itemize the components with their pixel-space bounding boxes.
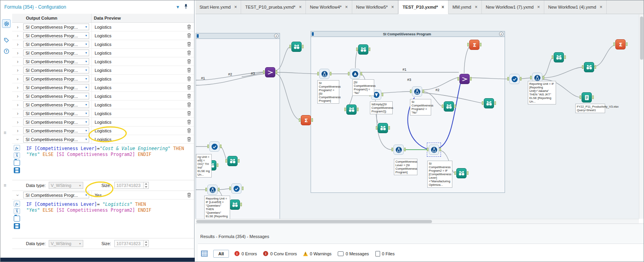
input-anchor[interactable] <box>229 187 231 190</box>
output-column-dropdown[interactable]: SI Competitiveness Progr... <box>23 67 89 73</box>
tool-browse[interactable] <box>358 44 369 55</box>
input-anchor[interactable] <box>442 104 443 108</box>
output-column-dropdown[interactable]: SI Competitiveness Progr... <box>23 58 89 65</box>
output-anchor[interactable] <box>240 203 242 206</box>
tool-browse[interactable] <box>553 52 564 63</box>
input-anchor[interactable] <box>467 43 469 46</box>
trash-icon[interactable] <box>184 192 194 198</box>
output-column-dropdown[interactable]: SI Competitiveness Progr... <box>23 119 89 125</box>
output-anchor[interactable] <box>564 55 566 59</box>
input-anchor[interactable] <box>225 159 227 163</box>
row-expander[interactable] <box>12 192 23 198</box>
output-column-dropdown[interactable]: SI Competitiveness Progr... <box>23 24 89 30</box>
trash-icon[interactable] <box>184 33 194 38</box>
tool-formula-selected[interactable] <box>428 144 439 155</box>
output-column-dropdown[interactable]: SI Competitiveness Progr... <box>23 75 89 82</box>
trash-icon[interactable] <box>184 137 194 142</box>
tool-select[interactable] <box>209 141 220 152</box>
output-anchor[interactable] <box>626 42 628 46</box>
tool-browse[interactable] <box>227 156 238 167</box>
input-anchor[interactable] <box>344 108 346 111</box>
row-expander[interactable] <box>12 137 23 142</box>
output-anchor[interactable] <box>388 126 390 130</box>
row-expander[interactable] <box>12 76 23 82</box>
input-anchor[interactable] <box>552 55 553 59</box>
tab-start-here[interactable]: Start Here.yxmd <box>196 0 241 14</box>
row-expander[interactable] <box>12 24 23 30</box>
scrollbar-thumb[interactable] <box>640 16 643 60</box>
output-column-dropdown[interactable]: SI Competitiveness Progr... <box>23 110 89 117</box>
tool-formula[interactable] <box>393 144 404 155</box>
files-count[interactable]: 0 Files <box>375 251 395 257</box>
tool-annotation[interactable]: FY22_P11_Productivity_V3.xlsx Query=Shee… <box>575 104 605 113</box>
drag-handle-icon[interactable] <box>4 130 6 136</box>
output-column-dropdown[interactable]: SI Competitiveness Progr... <box>23 127 89 134</box>
size-input[interactable]: 1073741823 <box>114 240 149 247</box>
input-anchor[interactable] <box>289 45 291 48</box>
row-expander[interactable] <box>12 33 23 38</box>
expression-text[interactable]: IF [Competitiveness Lever]= "Logistics" … <box>23 200 194 238</box>
workflow-canvas[interactable]: SI Competitiveness Program <box>196 14 639 219</box>
output-anchor[interactable] <box>218 188 220 191</box>
SI Competitiveness Progr...[interactable]: SI Competitiveness Progr... Logistics <box>12 83 194 92</box>
tool-browse[interactable] <box>346 104 357 115</box>
output-column-dropdown[interactable]: SI Competitiveness Progr... <box>23 41 89 48</box>
trash-icon[interactable] <box>184 85 194 90</box>
tab-new-workflow4[interactable]: New Workflow4* <box>306 0 352 14</box>
output-anchor[interactable] <box>480 43 481 46</box>
row-expander[interactable] <box>12 85 23 90</box>
input-anchor[interactable] <box>348 72 349 75</box>
tool-formula[interactable] <box>412 86 423 97</box>
tool-browse[interactable] <box>584 62 595 73</box>
row-expander[interactable] <box>12 42 23 47</box>
output-anchor[interactable] <box>470 77 472 81</box>
conv-errors-count[interactable]: 0 Conv Errors <box>263 251 297 256</box>
tool-multi-field-formula[interactable] <box>349 68 360 79</box>
tool-browse[interactable] <box>443 101 454 112</box>
tool-join[interactable] <box>265 67 276 78</box>
tool-annotation[interactable]: [SI Competitiveness Program2] = "No" <box>352 79 374 96</box>
output-anchor[interactable] <box>404 148 406 151</box>
input-anchor[interactable] <box>507 77 509 81</box>
SI Competitiveness Progr...[interactable]: SI Competitiveness Progr... Logistics <box>12 126 194 135</box>
output-column-dropdown[interactable]: SI Competitiveness Progr... <box>23 49 89 56</box>
trash-icon[interactable] <box>184 128 194 133</box>
input-anchor[interactable] <box>392 148 393 151</box>
output-anchor[interactable] <box>311 118 313 122</box>
messages-count[interactable]: 0 Messages <box>338 251 369 256</box>
SI Competitiveness Progr...[interactable]: SI Competitiveness Progr... Logistics <box>12 118 194 126</box>
tool-select[interactable] <box>231 183 242 194</box>
output-anchor[interactable] <box>220 145 221 148</box>
output-column-dropdown[interactable]: SI Competitiveness Progr... <box>23 84 89 91</box>
filter-all-button[interactable]: All <box>213 250 229 258</box>
tool-summarize[interactable] <box>300 115 311 126</box>
save-expression-icon[interactable] <box>14 223 20 229</box>
horizontal-scrollbar[interactable] <box>196 219 639 224</box>
tab-new-workflow5[interactable]: New Workflow5* <box>352 0 399 14</box>
input-anchor[interactable] <box>317 72 319 75</box>
output-anchor[interactable] <box>330 72 331 75</box>
close-icon[interactable] <box>441 4 444 10</box>
output-anchor[interactable] <box>302 45 304 48</box>
output-anchor[interactable] <box>423 90 424 93</box>
row-expander[interactable] <box>12 68 23 73</box>
help-icon[interactable]: ? <box>2 47 11 55</box>
tab-test-p10[interactable]: TEST_P10.yxmd* <box>398 0 448 14</box>
output-anchor[interactable] <box>592 95 594 99</box>
SI Competitiveness Progr...[interactable]: SI Competitiveness Progr... Logistics <box>12 92 194 101</box>
tool-annotation[interactable]: Reporting Unit = IF [Level53] = "Quereta… <box>204 196 230 219</box>
input-anchor[interactable] <box>582 65 584 69</box>
output-anchor[interactable] <box>360 72 362 75</box>
tool-annotation[interactable]: SI Competitiveness Program2 = [SI Compet… <box>317 80 339 104</box>
row-expander[interactable] <box>12 128 23 134</box>
tool-annotation[interactable]: ng Unit = el5] = OG)" TH Ind" ELSE ing U… <box>196 154 212 178</box>
scrollbar-thumb[interactable] <box>196 220 432 223</box>
input-anchor[interactable] <box>207 145 209 148</box>
spinner[interactable] <box>143 240 148 247</box>
saved-expressions-icon[interactable] <box>14 160 20 166</box>
warnings-count[interactable]: 0 Warnings <box>303 251 331 256</box>
functions-icon[interactable]: fx <box>14 201 20 207</box>
output-anchor[interactable] <box>238 159 240 163</box>
SI Competitiveness Progr...[interactable]: SI Competitiveness Progr... Logistics <box>12 49 194 57</box>
row-expander[interactable] <box>12 111 23 116</box>
